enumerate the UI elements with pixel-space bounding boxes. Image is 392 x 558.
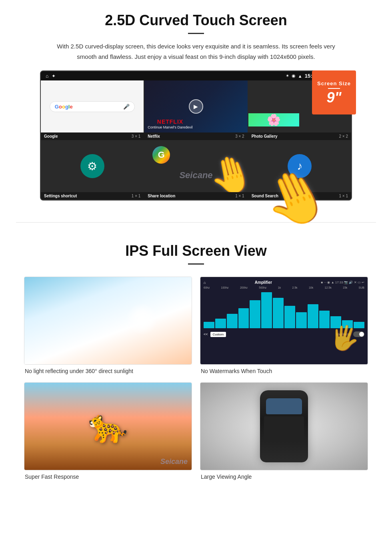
section2-divider — [188, 263, 204, 265]
feature-image-cheetah: 🐆 Seicane — [24, 382, 192, 470]
amp-title: Amplifier — [255, 280, 272, 285]
amp-bar-7 — [284, 306, 295, 328]
screen-mockup: Screen Size 9" ⌂ ✦ ✶ ◉ ▲ 15:06 📷 🔊 ✕ — [40, 70, 352, 201]
settings-app-cell[interactable]: ⚙ — [41, 140, 144, 192]
feature-image-amplifier: ⌂ Amplifier ■ ··· ◉ ▲ 17:33 📷 🔊 ✕ ▭ ↩ 60… — [200, 277, 368, 365]
section2-title: IPS Full Screen View — [24, 243, 368, 259]
photo-gallery-size: 2 × 2 — [339, 134, 348, 138]
google-label-cell: Google 3 × 1 — [41, 132, 144, 140]
share-location-icon: G — [152, 146, 170, 164]
netflix-play-button[interactable]: ▶ — [189, 99, 203, 114]
badge-size: 9" — [326, 90, 341, 105]
netflix-logo: NETFLIX — [148, 118, 192, 125]
photo-thumb-3: 🌸 — [248, 113, 300, 126]
amp-nav-left[interactable]: << — [204, 332, 208, 336]
settings-size: 1 × 1 — [132, 194, 141, 198]
feature-caption-sunlight: No light reflecting under 360° direct su… — [24, 368, 192, 374]
netflix-subtitle: Continue Marvel's Daredevil — [148, 125, 192, 129]
amp-bar-6 — [273, 298, 284, 328]
feature-grid: No light reflecting under 360° direct su… — [24, 277, 368, 480]
settings-label-cell: Settings shortcut 1 × 1 — [41, 192, 144, 200]
section1-title: 2.5D Curved Touch Screen — [24, 12, 368, 29]
car-bg — [200, 383, 368, 470]
amp-bar-8 — [296, 312, 307, 328]
settings-icon-wrap: ⚙ — [80, 154, 104, 178]
usb-icon: ✦ — [52, 73, 56, 79]
cheetah-watermark: Seicane — [160, 458, 188, 466]
screen-size-badge: Screen Size 9" — [312, 70, 356, 114]
settings-gear-icon: ⚙ — [87, 160, 97, 173]
google-size: 3 × 1 — [132, 134, 141, 138]
car-roof — [264, 416, 304, 440]
google-app-cell[interactable]: Google 🎤 — [41, 80, 144, 132]
feature-image-car — [200, 382, 368, 470]
feature-image-sunlight — [24, 277, 192, 365]
amp-bar-3 — [238, 308, 249, 328]
badge-label: Screen Size — [317, 80, 351, 86]
section1-divider — [188, 33, 204, 34]
status-bar: ⌂ ✦ ✶ ◉ ▲ 15:06 📷 🔊 ✕ ▭ — [41, 71, 351, 80]
sound-search-size: 1 × 1 — [339, 194, 348, 198]
share-label: Share location — [148, 194, 175, 198]
section-ips-screen: IPS Full Screen View No light reflecting… — [0, 235, 392, 492]
cheetah-bg: 🐆 Seicane — [24, 383, 192, 470]
feature-caption-amplifier: No Watermarks When Touch — [200, 368, 368, 374]
home-icon[interactable]: ⌂ — [46, 73, 48, 79]
cheetah-icon: 🐆 — [88, 407, 128, 445]
amp-freq-labels: 60hz100hz200hz500hz1k2.5k10k12.5k15kSUB — [204, 286, 364, 289]
wifi-icon: ▲ — [298, 74, 302, 78]
netflix-label: Netflix — [148, 134, 160, 138]
mic-search-icon[interactable]: 🎤 — [123, 104, 130, 110]
amp-bar-10 — [319, 311, 330, 328]
badge-divider — [328, 88, 340, 89]
amp-custom-btn[interactable]: Custom — [210, 332, 226, 337]
feature-sunlight: No light reflecting under 360° direct su… — [24, 277, 192, 374]
google-logo: Google — [55, 104, 73, 110]
share-label-cell: Share location 1 × 1 — [144, 192, 247, 200]
share-location-cell[interactable]: G 🤚 — [144, 140, 247, 192]
amp-bar-2 — [227, 314, 238, 328]
status-left: ⌂ ✦ — [46, 73, 56, 79]
amp-bar-0 — [204, 322, 214, 328]
amp-bar-5 — [261, 292, 272, 328]
bluetooth-icon: ✶ — [286, 73, 289, 78]
section1-description: With 2.5D curved-display screen, this de… — [56, 41, 336, 62]
feature-caption-car: Large Viewing Angle — [200, 474, 368, 480]
photo-gallery-label-cell: Photo Gallery 2 × 2 — [248, 132, 351, 140]
netflix-size: 3 × 2 — [235, 134, 244, 138]
share-size: 1 × 1 — [235, 194, 244, 198]
amp-hand-icon: 🖐 — [327, 321, 362, 355]
netflix-app-cell[interactable]: ▶ NETFLIX Continue Marvel's Daredevil — [144, 80, 247, 132]
netflix-label-cell: Netflix 3 × 2 — [144, 132, 247, 140]
amp-status-icons: ■ ··· ◉ ▲ 17:33 📷 🔊 ✕ ▭ ↩ — [321, 281, 364, 284]
settings-label: Settings shortcut — [44, 194, 77, 198]
feature-cheetah: 🐆 Seicane Super Fast Response — [24, 382, 192, 480]
car-top-view — [260, 390, 308, 462]
mockup-watermark: Seicane — [179, 170, 212, 181]
sunlight-bg — [24, 277, 192, 364]
google-label: Google — [44, 134, 58, 138]
feature-caption-cheetah: Super Fast Response — [24, 474, 192, 480]
amp-top-bar: ⌂ Amplifier ■ ··· ◉ ▲ 17:33 📷 🔊 ✕ ▭ ↩ — [204, 280, 364, 285]
app-grid-top: Google 🎤 ▶ NETFLIX Continue Marvel's Dar… — [41, 80, 351, 132]
feature-car: Large Viewing Angle — [200, 382, 368, 480]
amp-home-icon: ⌂ — [204, 281, 206, 285]
car-windshield — [266, 398, 302, 414]
section-divider-line — [16, 222, 376, 223]
photo-gallery-label: Photo Gallery — [252, 134, 278, 138]
amp-bar-4 — [250, 300, 260, 328]
netflix-label-overlay: NETFLIX Continue Marvel's Daredevil — [148, 118, 192, 129]
feature-amplifier: ⌂ Amplifier ■ ··· ◉ ▲ 17:33 📷 🔊 ✕ ▭ ↩ 60… — [200, 277, 368, 374]
amp-bar-1 — [215, 319, 226, 328]
app-labels-top: Google 3 × 1 Netflix 3 × 2 Photo Gallery… — [41, 132, 351, 140]
location-icon: ◉ — [292, 73, 296, 78]
section-curved-screen: 2.5D Curved Touch Screen With 2.5D curve… — [0, 0, 392, 210]
google-search-bar[interactable]: Google 🎤 — [50, 101, 135, 112]
amp-bar-9 — [308, 304, 318, 328]
